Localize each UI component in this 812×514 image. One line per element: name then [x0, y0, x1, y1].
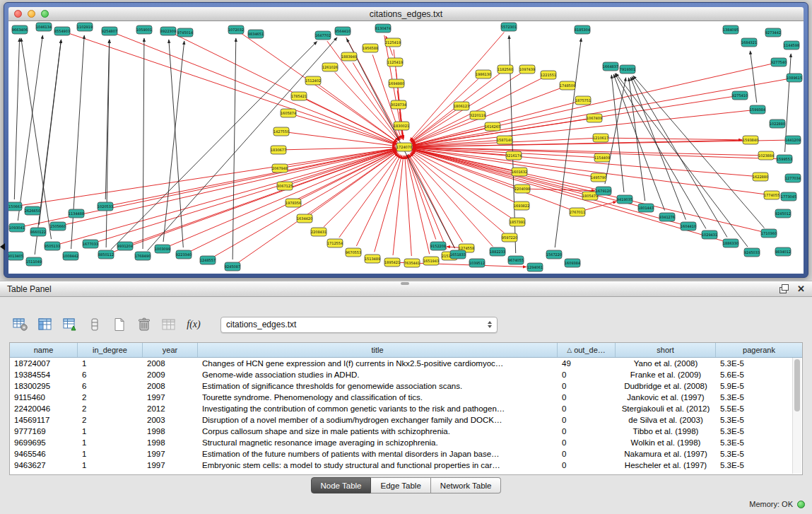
graph-node[interactable]: 1023884	[758, 151, 774, 160]
close-panel-icon[interactable]: ✕	[797, 284, 805, 293]
graph-node[interactable]: 1801443	[638, 204, 654, 212]
graph-node[interactable]: 1102919	[77, 23, 93, 31]
graph-node[interactable]: 1059001	[136, 25, 152, 34]
graph-node[interactable]: 2767011	[570, 208, 585, 216]
graph-node[interactable]: 9419035	[617, 195, 632, 204]
delete-column-button[interactable]	[135, 316, 153, 333]
graph-node[interactable]: 3216174	[506, 151, 522, 160]
graph-node[interactable]: 1774055	[764, 191, 779, 199]
graph-node[interactable]: 1022880	[770, 119, 785, 128]
graph-node[interactable]: 9013405	[8, 252, 23, 260]
network-graph[interactable]: 1724070212541919565881883949126102615124…	[8, 21, 804, 274]
graph-node[interactable]: 1039512	[469, 259, 485, 267]
column-header-out_de[interactable]: △out_de…	[558, 343, 616, 357]
graph-node[interactable]: 9245033	[744, 248, 760, 257]
graph-node[interactable]: 2125419	[385, 38, 401, 47]
graph-node[interactable]: 8554903	[54, 27, 70, 35]
tab-network-table[interactable]: Network Table	[431, 477, 502, 493]
graph-node[interactable]: 1089615	[787, 74, 802, 82]
graph-node[interactable]: 7635441	[404, 259, 420, 267]
graph-node[interactable]: 1664837	[603, 62, 618, 71]
graph-node[interactable]: 5572301	[501, 23, 517, 31]
graph-node[interactable]: 9223340	[176, 250, 192, 259]
graph-node[interactable]: 1875751	[575, 96, 591, 105]
graph-node[interactable]: 1605874	[281, 109, 296, 117]
graph-node[interactable]: 8185304	[575, 25, 590, 34]
graph-node[interactable]: 1072032	[228, 25, 244, 34]
graph-node[interactable]: 1684321	[741, 38, 757, 47]
graph-node[interactable]: 1601632	[512, 168, 527, 176]
column-header-short[interactable]: short	[616, 343, 716, 357]
graph-node[interactable]: 1651943	[423, 257, 439, 265]
graph-node[interactable]: 1512402	[305, 76, 321, 85]
graph-node[interactable]: 1495790	[591, 173, 606, 182]
graph-node[interactable]: 8660122	[30, 228, 46, 236]
vertical-scrollbar[interactable]	[792, 358, 801, 474]
graph-node[interactable]: 1773045	[781, 192, 796, 201]
table-row[interactable]: 977716911998Corpus callosum shape and si…	[10, 426, 802, 437]
graph-node[interactable]: 1427550	[273, 127, 289, 136]
graph-node[interactable]: 9152208	[430, 242, 446, 250]
graph-node[interactable]: 1210617	[593, 134, 608, 142]
graph-node[interactable]: 1886330	[723, 239, 739, 247]
graph-node[interactable]: 1008442	[63, 252, 78, 260]
graph-node[interactable]: 8850112	[98, 250, 114, 259]
graph-node[interactable]: 1294061	[527, 263, 543, 271]
graph-node[interactable]: 1616265	[485, 122, 500, 131]
graph-node[interactable]: 9245087	[225, 262, 240, 271]
graph-node[interactable]: 1647702	[315, 31, 331, 40]
close-window-button[interactable]	[14, 10, 22, 18]
function-builder-button[interactable]: f(x)	[184, 316, 203, 333]
import-table-button[interactable]	[61, 316, 79, 333]
table-row[interactable]: 1938455462009Genome-wide association stu…	[10, 369, 802, 380]
table-row[interactable]: 1872400712008Changes of HCN gene express…	[10, 358, 802, 369]
graph-node[interactable]: 8130474	[375, 24, 391, 33]
graph-node[interactable]: 1513489	[365, 255, 380, 263]
table-row[interactable]: 911546021997Tourette syndrome. Phenomeno…	[10, 392, 802, 403]
graph-node[interactable]: 1277034	[785, 174, 801, 182]
graph-node[interactable]: 1634420	[297, 214, 312, 223]
graph-node[interactable]: 2208431	[311, 228, 326, 236]
table-row[interactable]: 946554611997Estimation of the future num…	[10, 448, 802, 460]
graph-node[interactable]: 1712554	[327, 239, 343, 247]
graph-node[interactable]: 9670553	[346, 248, 361, 257]
split-pane-handle[interactable]	[401, 282, 409, 285]
graph-node[interactable]: 1806123	[454, 102, 469, 110]
zoom-window-button[interactable]	[41, 10, 49, 18]
select-columns-button[interactable]	[36, 316, 54, 333]
graph-node[interactable]: 8922309	[160, 27, 176, 35]
graph-node[interactable]: 2204098	[514, 185, 530, 193]
graph-node[interactable]: 1830677	[271, 146, 286, 154]
graph-node[interactable]: 1144598	[784, 41, 799, 49]
table-row[interactable]: 1456911722003Disruption of a novel membe…	[10, 414, 802, 426]
table-options-button[interactable]	[11, 316, 30, 333]
graph-node[interactable]: 1097439	[519, 65, 535, 74]
graph-node[interactable]: 1567220	[546, 250, 562, 259]
graph-node[interactable]: 1651833	[450, 250, 466, 259]
graph-node[interactable]: 9834012	[775, 247, 791, 256]
graph-node[interactable]: 1384095	[723, 25, 739, 34]
graph-node[interactable]: 1830021	[394, 122, 409, 130]
float-panel-icon[interactable]	[779, 284, 789, 293]
scrollbar-thumb[interactable]	[794, 359, 800, 411]
graph-node[interactable]: 1857391	[510, 218, 525, 226]
graph-node[interactable]: 1785421	[291, 92, 307, 100]
graph-node[interactable]: 9277540	[771, 58, 787, 66]
graph-node[interactable]: 1261026	[322, 63, 338, 71]
graph-node[interactable]: 1587140	[497, 136, 512, 144]
graph-node[interactable]: 1020533	[98, 202, 113, 211]
graph-node[interactable]: 1093041	[9, 223, 25, 232]
tab-edge-table[interactable]: Edge Table	[371, 477, 430, 493]
graph-node[interactable]: 1182560	[498, 65, 513, 74]
graph-node[interactable]: 1593840	[743, 136, 758, 144]
new-column-button[interactable]	[110, 316, 129, 333]
graph-node[interactable]: 9245012	[775, 209, 791, 218]
graph-node[interactable]: 1221551	[541, 71, 556, 79]
graph-node[interactable]: 1956588	[363, 44, 378, 52]
graph-node[interactable]: 9341276	[659, 213, 675, 221]
graph-node[interactable]: 1986130	[476, 70, 491, 78]
graph-node[interactable]: 9663406	[12, 25, 28, 34]
minimize-window-button[interactable]	[28, 10, 35, 18]
graph-node[interactable]: 1622880	[753, 173, 768, 181]
graph-node[interactable]: 9505133	[45, 242, 60, 250]
